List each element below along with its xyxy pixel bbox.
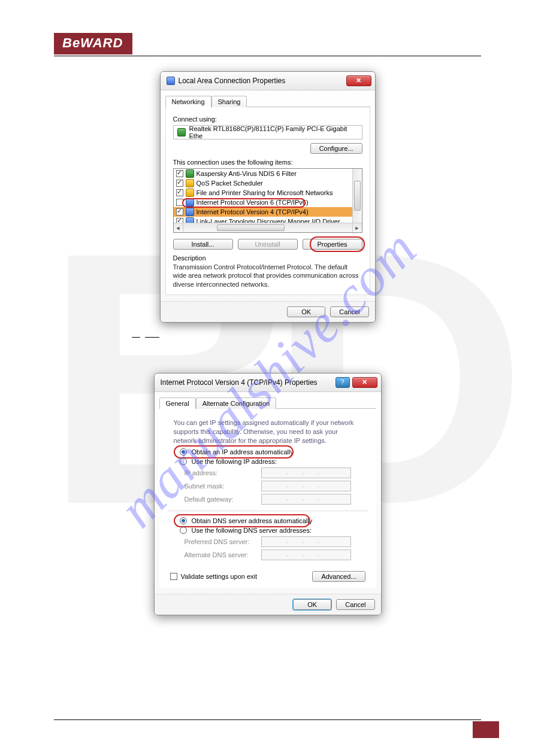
preferred-dns-field[interactable]: . . . — [261, 536, 351, 547]
item-checkbox[interactable] — [176, 189, 183, 196]
dialog1-title: Local Area Connection Properties — [179, 77, 286, 85]
item-checkbox[interactable] — [176, 180, 183, 187]
install-button[interactable]: Install... — [173, 239, 233, 250]
default-gateway-field[interactable]: . . . — [261, 494, 351, 505]
radio-manual-dns[interactable] — [180, 527, 187, 534]
tab-general[interactable]: General — [159, 397, 196, 409]
tab-sharing[interactable]: Sharing — [211, 96, 247, 107]
list-item[interactable]: Internet Protocol Version 4 (TCP/IPv4) — [174, 207, 362, 217]
item-label: Internet Protocol Version 6 (TCP/IPv6) — [197, 199, 309, 206]
link-fragment-2 — [145, 337, 159, 338]
ip-settings-note: You can get IP settings assigned automat… — [168, 415, 368, 448]
items-label: This connection uses the following items… — [173, 159, 362, 166]
subnet-mask-field[interactable]: . . . — [261, 481, 351, 491]
configure-button[interactable]: Configure... — [310, 143, 362, 154]
alternate-dns-label: Alternate DNS server: — [185, 551, 256, 558]
ok-button[interactable]: OK — [293, 599, 331, 610]
close-icon[interactable]: ✕ — [346, 75, 371, 86]
alternate-dns-field[interactable]: . . . — [261, 549, 351, 560]
dialog2-titlebar: Internet Protocol Version 4 (TCP/IPv4) P… — [155, 374, 381, 392]
radio-manual-dns-label: Use the following DNS server addresses: — [192, 527, 312, 534]
item-label: File and Printer Sharing for Microsoft N… — [197, 189, 333, 196]
ip-address-field[interactable]: . . . — [261, 467, 351, 478]
protocol-icon — [186, 198, 194, 207]
protocol-icon — [186, 169, 194, 178]
scroll-right-icon[interactable]: ► — [352, 223, 362, 232]
radio-auto-dns-label: Obtain DNS server address automatically — [192, 517, 313, 524]
connection-items-listbox[interactable]: Kaspersky Anti-Virus NDIS 6 FilterQoS Pa… — [173, 168, 362, 233]
subnet-mask-label: Subnet mask: — [185, 482, 256, 490]
adapter-name: Realtek RTL8168C(P)/8111C(P) Family PCI-… — [189, 125, 358, 139]
protocol-icon — [186, 189, 194, 197]
horizontal-scrollbar[interactable]: ◄ ► — [174, 223, 362, 232]
cancel-button[interactable]: Cancel — [336, 599, 374, 610]
item-checkbox[interactable] — [176, 199, 183, 206]
adapter-field: Realtek RTL8168C(P)/8111C(P) Family PCI-… — [173, 125, 362, 139]
ok-button[interactable]: OK — [287, 306, 325, 317]
properties-button[interactable]: Properties — [303, 239, 362, 250]
dialog2-title: Internet Protocol Version 4 (TCP/IPv4) P… — [161, 378, 318, 387]
item-label: Internet Protocol Version 4 (TCP/IPv4) — [197, 208, 309, 215]
default-gateway-label: Default gateway: — [185, 496, 256, 503]
adapter-icon — [177, 128, 186, 136]
link-fragment-1 — [132, 337, 140, 338]
vertical-scrollbar[interactable] — [352, 169, 362, 223]
dialog1-titlebar: Local Area Connection Properties ✕ — [161, 72, 375, 90]
description-label: Description — [173, 254, 362, 262]
radio-auto-ip[interactable] — [180, 448, 187, 456]
brand-logo: BeWARD — [54, 33, 132, 54]
window-icon — [167, 77, 175, 85]
list-item[interactable]: QoS Packet Scheduler — [174, 178, 362, 188]
radio-auto-dns[interactable] — [180, 517, 187, 524]
item-checkbox[interactable] — [176, 208, 183, 215]
protocol-icon — [186, 179, 194, 187]
item-label: QoS Packet Scheduler — [197, 180, 263, 187]
help-icon[interactable]: ? — [335, 377, 350, 388]
protocol-icon — [186, 208, 194, 216]
connect-using-label: Connect using: — [173, 116, 362, 123]
footer-page-block — [473, 721, 499, 738]
list-item[interactable]: Internet Protocol Version 6 (TCP/IPv6) — [174, 198, 362, 207]
tab-networking[interactable]: Networking — [165, 96, 211, 107]
ip-address-label: IP address: — [185, 469, 256, 476]
radio-auto-ip-label: Obtain an IP address automatically — [192, 448, 294, 456]
advanced-button[interactable]: Advanced... — [312, 571, 365, 582]
cancel-button[interactable]: Cancel — [330, 306, 368, 317]
validate-settings-label: Validate settings upon exit — [181, 573, 258, 580]
description-text: Transmission Control Protocol/Internet P… — [173, 263, 362, 289]
preferred-dns-label: Preferred DNS server: — [185, 538, 256, 545]
uninstall-button[interactable]: Uninstall — [238, 239, 298, 250]
radio-manual-ip-label: Use the following IP address: — [192, 458, 277, 465]
validate-settings-checkbox[interactable] — [170, 573, 177, 580]
radio-manual-ip[interactable] — [180, 458, 187, 465]
item-label: Kaspersky Anti-Virus NDIS 6 Filter — [197, 170, 297, 177]
list-item[interactable]: Kaspersky Anti-Virus NDIS 6 Filter — [174, 169, 362, 178]
item-checkbox[interactable] — [176, 170, 183, 177]
close-icon[interactable]: ✕ — [352, 377, 377, 388]
footer-rule — [54, 719, 481, 720]
list-item[interactable]: File and Printer Sharing for Microsoft N… — [174, 188, 362, 198]
tab-alternate-configuration[interactable]: Alternate Configuration — [196, 397, 277, 409]
header-rule — [54, 56, 481, 56]
scroll-left-icon[interactable]: ◄ — [174, 223, 183, 232]
